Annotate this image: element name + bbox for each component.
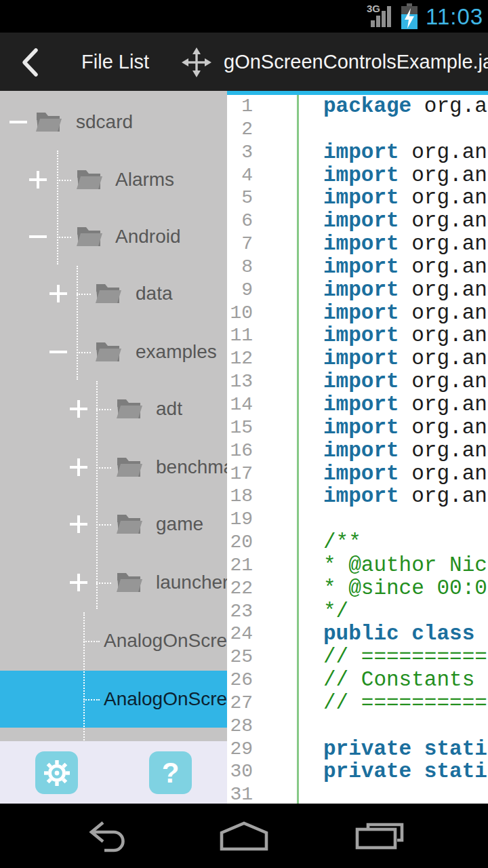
code-line: import org.an [323, 164, 488, 187]
line-number: 4 [227, 164, 253, 187]
pane-drag-handle[interactable] [178, 45, 216, 80]
line-number-gutter: 1234567891011121314151617181920212223242… [227, 95, 253, 804]
code-line: import org.an [323, 462, 488, 486]
tree-item-benchma[interactable]: benchma [0, 439, 227, 496]
collapse-icon[interactable] [9, 113, 27, 131]
tree-item-launcher[interactable]: launcher [0, 554, 227, 611]
tree-connector-stub [83, 699, 100, 701]
gear-icon [41, 757, 73, 789]
expand-icon[interactable] [70, 400, 87, 418]
line-number: 3 [227, 141, 253, 164]
nav-recents-icon [355, 823, 404, 850]
open-file-tab[interactable]: gOnScreenControlsExample.jav [224, 33, 488, 91]
tree-item-android[interactable]: Android [0, 208, 227, 265]
tree-item-label: AnalogOnScre [104, 612, 227, 669]
folder-icon [116, 456, 143, 481]
code-line: import org.an [323, 210, 488, 233]
line-number: 10 [227, 302, 253, 325]
folder-icon [116, 571, 143, 597]
tree-item-sdcard[interactable]: sdcard [0, 94, 227, 151]
tree-item-examples[interactable]: examples [0, 323, 227, 380]
tree-item-label: sdcard [76, 94, 133, 151]
tree-item-label: Android [115, 208, 181, 265]
back-chevron-icon [18, 46, 41, 79]
tree-item-adt[interactable]: adt [0, 380, 227, 437]
code-line [323, 783, 488, 804]
code-line: /** [323, 531, 488, 554]
nav-home-button[interactable] [203, 804, 285, 868]
tree-item-analogonscre[interactable]: AnalogOnScre [0, 671, 227, 728]
collapse-icon[interactable] [49, 343, 67, 361]
tree-item-analogonscre[interactable]: AnalogOnScre [0, 612, 227, 669]
line-number: 12 [227, 347, 253, 370]
line-number: 7 [227, 233, 253, 256]
tree-item-label: launcher [156, 554, 227, 611]
code-line: import org.an [323, 485, 488, 508]
code-line: import org.an [323, 186, 488, 210]
tree-item-label: game [156, 496, 203, 553]
tree-item-alarms[interactable]: Alarms [0, 151, 227, 208]
lightning-bolt-icon [403, 8, 415, 28]
tree-connector-stub [96, 467, 111, 469]
tree-item-data[interactable]: data [0, 265, 227, 322]
code-line: import org.an [323, 416, 488, 439]
tree-item-game[interactable]: game [0, 496, 227, 553]
line-number: 24 [227, 623, 253, 646]
file-tree-panel[interactable]: sdcardAlarmsAndroiddataexamplesadtbenchm… [0, 91, 227, 741]
help-button[interactable]: ? [149, 751, 192, 794]
code-line: import org.an [323, 347, 488, 370]
tree-connector-line [83, 612, 85, 741]
code-editor[interactable]: 1234567891011121314151617181920212223242… [227, 95, 488, 804]
line-number: 5 [227, 186, 253, 210]
code-line: import org.an [323, 439, 488, 462]
line-number: 11 [227, 324, 253, 347]
folder-icon [76, 168, 103, 194]
line-number: 13 [227, 370, 253, 393]
file-list-pane-title: File List [61, 33, 169, 91]
tree-connector-stub [96, 409, 111, 410]
battery-charging-icon [401, 3, 418, 29]
code-line: private stati [323, 760, 488, 783]
line-number: 28 [227, 715, 253, 738]
line-number: 2 [227, 118, 253, 141]
expand-icon[interactable] [70, 458, 87, 476]
code-line: import org.an [323, 302, 488, 325]
expand-icon[interactable] [70, 574, 87, 591]
code-line: public class [323, 623, 488, 646]
line-number: 20 [227, 531, 253, 554]
folder-icon [76, 225, 103, 251]
line-number: 15 [227, 416, 253, 439]
line-number: 19 [227, 508, 253, 531]
settings-button[interactable] [35, 751, 78, 794]
code-line [323, 508, 488, 531]
tree-item-label: adt [156, 380, 182, 437]
code-line: package org.a [323, 95, 488, 118]
nav-back-icon [83, 819, 134, 853]
expand-icon[interactable] [49, 285, 67, 302]
nav-recents-button[interactable] [339, 804, 420, 868]
android-screen: 3G 11:03 File List [0, 0, 488, 868]
tree-connector-line [57, 151, 58, 264]
folder-icon [95, 282, 122, 308]
line-number: 22 [227, 577, 253, 600]
line-number: 29 [227, 738, 253, 761]
back-button[interactable] [9, 42, 50, 83]
tree-item-label: examples [136, 323, 217, 380]
expand-icon[interactable] [70, 515, 87, 533]
signal-strength-icon: 3G [367, 3, 396, 30]
nav-back-button[interactable] [68, 804, 149, 868]
tree-connector-line [77, 266, 78, 380]
folder-icon [95, 340, 122, 366]
gutter-divider [297, 95, 299, 804]
help-icon: ? [162, 751, 180, 794]
collapse-icon[interactable] [29, 228, 47, 245]
code-line: // Constants [323, 669, 488, 692]
line-number: 30 [227, 760, 253, 783]
expand-icon[interactable] [29, 171, 47, 189]
code-line: import org.an [323, 141, 488, 164]
code-line: import org.an [323, 279, 488, 302]
tree-connector-stub [77, 294, 91, 295]
line-number: 23 [227, 600, 253, 623]
line-number: 14 [227, 393, 253, 416]
code-line: import org.an [323, 370, 488, 393]
